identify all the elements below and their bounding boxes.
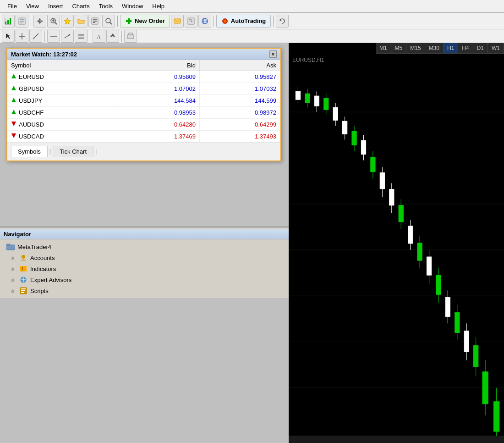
svg-rect-24 <box>126 20 131 22</box>
properties-btn[interactable] <box>88 15 101 28</box>
symbol-name: GBPUSD <box>19 85 44 92</box>
cursor-btn[interactable] <box>2 30 15 43</box>
chart-canvas[interactable] <box>289 66 504 443</box>
auto-trading-button[interactable]: AutoTrading <box>216 15 271 28</box>
crosshair2-btn[interactable] <box>16 30 28 43</box>
search-btn[interactable] <box>102 15 115 28</box>
symbol-name: USDCAD <box>19 133 44 140</box>
chart-area[interactable]: M1 M5 M15 M30 H1 H4 D1 W1 EURUSD.H1 <box>289 43 504 443</box>
market-watch-close-button[interactable]: × <box>269 50 277 58</box>
trend-btn[interactable] <box>61 30 74 43</box>
tf-m30[interactable]: M30 <box>425 43 444 53</box>
svg-rect-75 <box>296 91 300 100</box>
svg-rect-81 <box>324 98 329 110</box>
svg-marker-51 <box>11 110 16 114</box>
folder-btn[interactable] <box>75 15 88 28</box>
fib-btn[interactable] <box>75 30 88 43</box>
svg-rect-91 <box>371 157 375 172</box>
svg-rect-105 <box>436 275 441 294</box>
tf-h1[interactable]: H1 <box>444 43 458 53</box>
favorites-btn[interactable] <box>61 15 74 28</box>
market-watch-row[interactable]: GBPUSD 1.07002 1.07032 <box>7 83 280 95</box>
tf-h4[interactable]: H4 <box>458 43 473 53</box>
toolbar-sep2 <box>117 16 118 27</box>
chart-scrollbar[interactable] <box>289 436 504 443</box>
tf-m1[interactable]: M1 <box>376 43 391 53</box>
svg-marker-49 <box>11 86 16 90</box>
tf-d1[interactable]: D1 <box>473 43 488 53</box>
drawing-toolbar: A <box>0 29 504 43</box>
svg-rect-47 <box>129 33 132 35</box>
symbol-name: AUDUSD <box>19 121 44 128</box>
menu-help[interactable]: Help <box>148 1 168 11</box>
templates-btn[interactable] <box>16 15 28 28</box>
tf-w1[interactable]: W1 <box>488 43 504 53</box>
navigator-panel: Navigator MetaTrader4 ⊞ Accounts ⊞ f <box>0 227 289 298</box>
nav-item-expert-advisors[interactable]: ⊞ Expert Advisors <box>0 274 289 285</box>
symbol-name: USDCHF <box>19 109 44 116</box>
internet-btn[interactable] <box>198 15 211 28</box>
menu-window[interactable]: Window <box>118 1 147 11</box>
nav-indicators-label: Indicators <box>30 266 56 272</box>
undo-btn[interactable] <box>276 15 289 28</box>
tf-m15[interactable]: M15 <box>406 43 425 53</box>
ask-price: 1.37493 <box>199 131 280 143</box>
market-watch-tabs: Symbols | Tick Chart | <box>7 143 280 157</box>
zoom-in-btn[interactable] <box>124 30 137 43</box>
market-watch-row[interactable]: USDJPY 144.584 144.599 <box>7 95 280 107</box>
arrow-mark-btn[interactable] <box>106 30 119 43</box>
nav-indicators-icon: f <box>19 265 27 273</box>
menu-insert[interactable]: Insert <box>44 1 67 11</box>
col-symbol: Symbol <box>7 60 119 71</box>
svg-rect-111 <box>464 331 469 352</box>
nav-scripts-label: Scripts <box>30 288 49 294</box>
menu-file[interactable]: File <box>4 1 21 11</box>
market-watch-row[interactable]: EURUSD 0.95809 0.95827 <box>7 71 280 83</box>
mail-btn[interactable] <box>171 15 184 28</box>
main-toolbar: New Order AutoTrading <box>0 13 504 29</box>
nav-item-indicators[interactable]: ⊞ f Indicators <box>0 263 289 274</box>
menu-charts[interactable]: Charts <box>68 1 93 11</box>
bid-price: 0.64280 <box>119 119 199 131</box>
svg-rect-99 <box>408 226 413 244</box>
nav-item-scripts[interactable]: ⊞ Scripts <box>0 285 289 296</box>
market-watch-table: Symbol Bid Ask EURUSD 0.95809 0.95827 <box>7 60 280 143</box>
hline-btn[interactable] <box>47 30 60 43</box>
svg-point-56 <box>22 255 25 259</box>
market-watch-row[interactable]: AUDUSD 0.64280 0.64299 <box>7 119 280 131</box>
nav-accounts-label: Accounts <box>30 255 55 261</box>
nav-accounts-icon <box>19 254 27 262</box>
market-watch-title-text: Market Watch: 13:27:02 <box>11 51 77 58</box>
market-watch-row[interactable]: USDCAD 1.37469 1.37493 <box>7 131 280 143</box>
market-watch-title-bar[interactable]: Market Watch: 13:27:02 × <box>7 49 280 60</box>
new-order-button[interactable]: New Order <box>120 15 170 28</box>
svg-rect-66 <box>289 66 504 443</box>
svg-rect-93 <box>380 173 384 189</box>
toolbar-sep4 <box>273 16 274 27</box>
ask-price: 0.64299 <box>199 119 280 131</box>
market-watch-bottom <box>7 157 280 161</box>
svg-rect-97 <box>399 205 403 222</box>
crosshair-btn[interactable] <box>33 15 46 28</box>
svg-rect-31 <box>224 20 226 22</box>
zoom-btn[interactable] <box>47 15 60 28</box>
market-watch-row[interactable]: USDCHF 0.98953 0.98972 <box>7 107 280 119</box>
tf-m5[interactable]: M5 <box>391 43 407 53</box>
new-chart-btn[interactable] <box>2 15 15 28</box>
line-btn[interactable] <box>29 30 42 43</box>
text-btn[interactable]: A <box>93 30 105 43</box>
col-bid: Bid <box>119 60 199 71</box>
main-area: Market Watch: 13:27:02 × Symbol Bid Ask <box>0 43 504 443</box>
svg-marker-16 <box>64 18 71 24</box>
history-btn[interactable] <box>185 15 197 28</box>
toolbar-sep1 <box>31 16 31 27</box>
svg-marker-33 <box>6 33 11 39</box>
nav-item-accounts[interactable]: ⊞ Accounts <box>0 252 289 263</box>
menu-view[interactable]: View <box>22 1 43 11</box>
menu-tools[interactable]: Tools <box>95 1 116 11</box>
nav-item-metatrader4[interactable]: MetaTrader4 <box>0 241 289 252</box>
tab-tick-chart[interactable]: Tick Chart <box>53 146 93 157</box>
svg-rect-2 <box>10 18 11 24</box>
bid-price: 0.95809 <box>119 71 199 83</box>
tab-symbols[interactable]: Symbols <box>11 146 48 157</box>
